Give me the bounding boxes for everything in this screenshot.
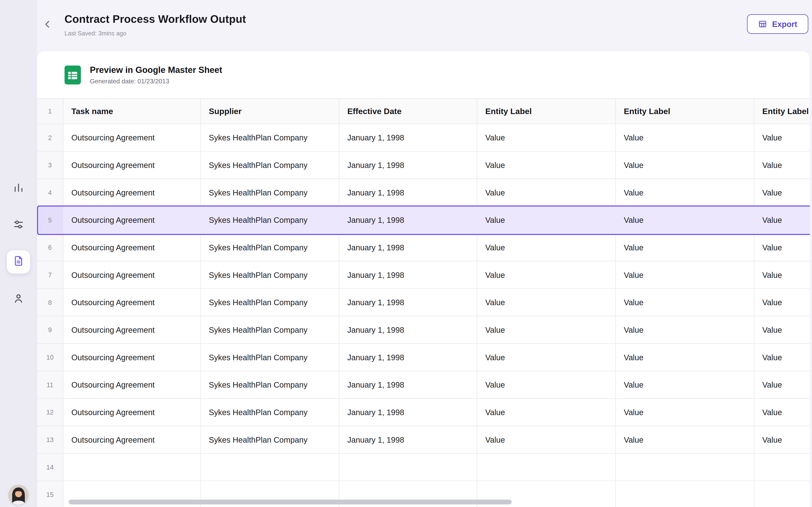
table-cell[interactable]: Value (616, 152, 755, 179)
table-cell[interactable]: Outsourcing Agreement (63, 399, 201, 426)
table-row[interactable]: 13Outsourcing AgreementSykes HealthPlan … (37, 426, 810, 454)
table-row[interactable]: 14 (37, 454, 810, 481)
table-cell[interactable]: January 1, 1998 (339, 289, 477, 317)
table-cell[interactable]: Value (616, 234, 755, 262)
table-cell[interactable] (339, 454, 477, 481)
table-cell[interactable] (63, 454, 201, 481)
table-cell[interactable]: Outsourcing Agreement (63, 234, 201, 262)
table-row[interactable]: 5Outsourcing AgreementSykes HealthPlan C… (37, 207, 810, 234)
table-cell[interactable]: January 1, 1998 (339, 124, 477, 152)
table-cell[interactable] (754, 454, 810, 481)
table-row[interactable]: 2Outsourcing AgreementSykes HealthPlan C… (37, 124, 810, 152)
table-cell[interactable]: Sykes HealthPlan Company (201, 344, 339, 371)
table-row[interactable]: 10Outsourcing AgreementSykes HealthPlan … (37, 344, 810, 371)
table-cell[interactable]: Value (477, 152, 616, 179)
table-cell[interactable]: Value (477, 426, 616, 454)
table-cell[interactable]: January 1, 1998 (339, 371, 477, 399)
table-row[interactable]: 8Outsourcing AgreementSykes HealthPlan C… (37, 289, 810, 317)
table-cell[interactable]: January 1, 1998 (339, 234, 477, 262)
table-row[interactable]: 4Outsourcing AgreementSykes HealthPlan C… (37, 179, 810, 207)
table-cell[interactable]: Value (477, 316, 616, 344)
table-cell[interactable]: Value (477, 234, 616, 262)
table-cell[interactable]: January 1, 1998 (339, 152, 477, 179)
table-cell[interactable]: Value (616, 399, 755, 426)
table-cell[interactable]: Outsourcing Agreement (63, 124, 201, 152)
table-cell[interactable] (201, 454, 339, 481)
table-cell[interactable] (616, 454, 755, 481)
sidebar-item-profile[interactable] (0, 292, 37, 306)
table-cell[interactable]: Value (754, 124, 810, 152)
table-cell[interactable]: Outsourcing Agreement (63, 371, 201, 399)
table-cell[interactable]: Value (754, 289, 810, 317)
table-cell[interactable]: Outsourcing Agreement (63, 316, 201, 344)
horizontal-scrollbar-thumb[interactable] (69, 500, 512, 504)
table-row[interactable]: 11Outsourcing AgreementSykes HealthPlan … (37, 371, 810, 399)
table-cell[interactable]: January 1, 1998 (339, 316, 477, 344)
table-cell[interactable] (754, 481, 810, 507)
table-cell[interactable] (477, 454, 616, 481)
table-cell[interactable]: Value (477, 179, 616, 207)
table-cell[interactable]: Value (754, 179, 810, 207)
sidebar-item-documents[interactable] (7, 250, 30, 274)
table-cell[interactable]: Outsourcing Agreement (63, 179, 201, 207)
sidebar-item-workflows[interactable] (0, 219, 37, 232)
table-cell[interactable]: January 1, 1998 (339, 399, 477, 426)
table-cell[interactable]: Value (754, 316, 810, 344)
table-cell[interactable]: Value (616, 179, 755, 207)
table-cell[interactable]: Value (477, 289, 616, 317)
table-cell[interactable]: Sykes HealthPlan Company (201, 262, 339, 289)
table-cell[interactable]: January 1, 1998 (339, 207, 477, 234)
table-cell[interactable]: January 1, 1998 (339, 179, 477, 207)
table-cell[interactable]: Value (616, 426, 755, 454)
table-cell[interactable]: January 1, 1998 (339, 426, 477, 454)
table-cell[interactable]: Outsourcing Agreement (63, 426, 201, 454)
table-cell[interactable]: Outsourcing Agreement (63, 152, 201, 179)
user-avatar[interactable] (8, 485, 29, 505)
table-cell[interactable]: Sykes HealthPlan Company (201, 426, 339, 454)
table-cell[interactable]: Outsourcing Agreement (63, 344, 201, 371)
table-cell[interactable]: Value (616, 262, 755, 289)
table-cell[interactable]: Value (754, 152, 810, 179)
table-cell[interactable]: Sykes HealthPlan Company (201, 234, 339, 262)
back-button[interactable] (41, 19, 54, 32)
table-cell[interactable] (616, 481, 755, 507)
table-cell[interactable]: Sykes HealthPlan Company (201, 316, 339, 344)
table-cell[interactable]: Outsourcing Agreement (63, 289, 201, 317)
table-cell[interactable]: Outsourcing Agreement (63, 207, 201, 234)
table-cell[interactable]: Value (477, 344, 616, 371)
table-cell[interactable]: Value (477, 399, 616, 426)
table-cell[interactable]: Value (616, 124, 755, 152)
table-cell[interactable]: Sykes HealthPlan Company (201, 207, 339, 234)
table-cell[interactable]: Value (616, 207, 755, 234)
table-cell[interactable]: Value (754, 207, 810, 234)
table-cell[interactable]: Value (477, 124, 616, 152)
table-cell[interactable]: Value (754, 399, 810, 426)
table-cell[interactable]: Value (616, 371, 755, 399)
table-cell[interactable]: Value (754, 234, 810, 262)
table-cell[interactable]: Value (754, 262, 810, 289)
table-cell[interactable]: January 1, 1998 (339, 262, 477, 289)
table-row[interactable]: 7Outsourcing AgreementSykes HealthPlan C… (37, 262, 810, 289)
table-cell[interactable]: Value (754, 426, 810, 454)
table-cell[interactable]: Value (616, 316, 755, 344)
table-cell[interactable]: Value (477, 262, 616, 289)
table-cell[interactable]: Value (477, 371, 616, 399)
sidebar-item-analytics[interactable] (0, 182, 37, 195)
table-cell[interactable]: Value (616, 344, 755, 371)
table-cell[interactable]: Outsourcing Agreement (63, 262, 201, 289)
table-row[interactable]: 9Outsourcing AgreementSykes HealthPlan C… (37, 316, 810, 344)
table-cell[interactable]: Sykes HealthPlan Company (201, 152, 339, 179)
table-cell[interactable]: Value (616, 289, 755, 317)
table-cell[interactable]: Value (477, 207, 616, 234)
table-cell[interactable]: Sykes HealthPlan Company (201, 179, 339, 207)
export-button[interactable]: Export (747, 14, 808, 34)
table-cell[interactable]: Sykes HealthPlan Company (201, 124, 339, 152)
table-cell[interactable]: January 1, 1998 (339, 344, 477, 371)
table-row[interactable]: 12Outsourcing AgreementSykes HealthPlan … (37, 399, 810, 426)
table-row[interactable]: 6Outsourcing AgreementSykes HealthPlan C… (37, 234, 810, 262)
table-cell[interactable]: Sykes HealthPlan Company (201, 289, 339, 317)
table-cell[interactable]: Sykes HealthPlan Company (201, 399, 339, 426)
table-cell[interactable]: Sykes HealthPlan Company (201, 371, 339, 399)
table-cell[interactable]: Value (754, 371, 810, 399)
table-row[interactable]: 3Outsourcing AgreementSykes HealthPlan C… (37, 152, 810, 179)
